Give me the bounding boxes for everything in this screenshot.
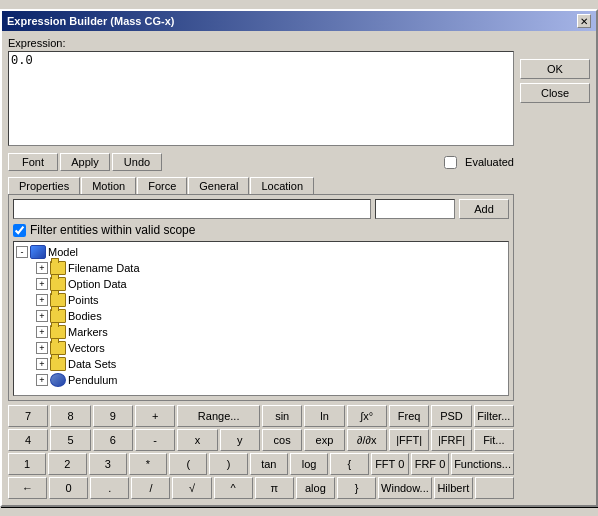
num-0[interactable]: 0 — [49, 477, 88, 499]
num-dot[interactable]: . — [90, 477, 129, 499]
num-8[interactable]: 8 — [50, 405, 90, 427]
toolbar-row: Font Apply Undo Evaluated — [8, 153, 514, 171]
tree-item-markers[interactable]: + Markers — [36, 324, 506, 340]
num-divide[interactable]: / — [131, 477, 170, 499]
tabs-section: Properties Motion Force General Location… — [8, 177, 514, 401]
font-button[interactable]: Font — [8, 153, 58, 171]
tree-children: + Filename Data + Option Data + — [16, 260, 506, 388]
add-button[interactable]: Add — [459, 199, 509, 219]
filter-checkbox[interactable] — [13, 224, 26, 237]
num-cos[interactable]: cos — [262, 429, 302, 451]
num-fft0[interactable]: FFT 0 — [371, 453, 409, 475]
tree-label-option: Option Data — [68, 278, 127, 290]
num-integral[interactable]: ∫x° — [347, 405, 387, 427]
expand-datasets[interactable]: + — [36, 358, 48, 370]
expand-points[interactable]: + — [36, 294, 48, 306]
num-plus[interactable]: + — [135, 405, 175, 427]
numpad-row2: 4 5 6 - x y cos exp ∂/∂x |FFT| |FRF| Fit… — [8, 429, 514, 451]
num-sqrt[interactable]: √ — [172, 477, 211, 499]
num-freq[interactable]: Freq — [389, 405, 429, 427]
tree-item-model[interactable]: - Model — [16, 244, 506, 260]
numpad-area: 7 8 9 + Range... sin ln ∫x° Freq PSD Fil… — [8, 405, 514, 499]
num-window[interactable]: Window... — [378, 477, 432, 499]
num-multiply[interactable]: * — [129, 453, 167, 475]
num-caret[interactable]: ^ — [214, 477, 253, 499]
num-9[interactable]: 9 — [93, 405, 133, 427]
pendulum-icon — [50, 373, 66, 387]
num-x[interactable]: x — [177, 429, 217, 451]
expand-pendulum[interactable]: + — [36, 374, 48, 386]
tab-bar: Properties Motion Force General Location — [8, 177, 514, 194]
tree-item-vectors[interactable]: + Vectors — [36, 340, 506, 356]
num-1[interactable]: 1 — [8, 453, 46, 475]
expression-label: Expression: — [8, 37, 514, 49]
ok-button[interactable]: OK — [520, 59, 590, 79]
num-deriv[interactable]: ∂/∂x — [347, 429, 387, 451]
expand-bodies[interactable]: + — [36, 310, 48, 322]
num-range[interactable]: Range... — [177, 405, 260, 427]
num-lparen[interactable]: ( — [169, 453, 207, 475]
expand-filename[interactable]: + — [36, 262, 48, 274]
close-icon[interactable]: ✕ — [577, 14, 591, 28]
close-button[interactable]: Close — [520, 83, 590, 103]
num-functions[interactable]: Functions... — [451, 453, 514, 475]
tree-item-filename[interactable]: + Filename Data — [36, 260, 506, 276]
num-exp[interactable]: exp — [304, 429, 344, 451]
filter-row: Filter entities within valid scope — [13, 223, 509, 237]
tree-item-points[interactable]: + Points — [36, 292, 506, 308]
num-sin[interactable]: sin — [262, 405, 302, 427]
num-7[interactable]: 7 — [8, 405, 48, 427]
num-5[interactable]: 5 — [50, 429, 90, 451]
tree-item-datasets[interactable]: + Data Sets — [36, 356, 506, 372]
num-log[interactable]: log — [290, 453, 328, 475]
num-lbrace[interactable]: { — [330, 453, 368, 475]
side-buttons: OK Close — [520, 37, 590, 499]
num-alog[interactable]: alog — [296, 477, 335, 499]
folder-icon-points — [50, 293, 66, 307]
tree-item-pendulum[interactable]: + Pendulum — [36, 372, 506, 388]
expand-model[interactable]: - — [16, 246, 28, 258]
num-filter[interactable]: Filter... — [474, 405, 514, 427]
tree-label-points: Points — [68, 294, 99, 306]
num-3[interactable]: 3 — [89, 453, 127, 475]
num-2[interactable]: 2 — [48, 453, 86, 475]
expand-option[interactable]: + — [36, 278, 48, 290]
apply-button[interactable]: Apply — [60, 153, 110, 171]
tree-item-option[interactable]: + Option Data — [36, 276, 506, 292]
tree-view[interactable]: - Model + Filename Data + — [13, 241, 509, 396]
tab-properties[interactable]: Properties — [8, 177, 80, 194]
num-4[interactable]: 4 — [8, 429, 48, 451]
num-rparen[interactable]: ) — [209, 453, 247, 475]
tab-content: Add Filter entities within valid scope -… — [8, 194, 514, 401]
num-hilbert[interactable]: Hilbert — [434, 477, 473, 499]
num-frf-abs[interactable]: |FRF| — [431, 429, 471, 451]
num-fft-abs[interactable]: |FFT| — [389, 429, 429, 451]
search-input[interactable] — [13, 199, 371, 219]
undo-button[interactable]: Undo — [112, 153, 162, 171]
search-input2[interactable] — [375, 199, 455, 219]
numpad-row3: 1 2 3 * ( ) tan log { FFT 0 FRF 0 Functi… — [8, 453, 514, 475]
tab-general[interactable]: General — [188, 177, 249, 194]
num-frf0[interactable]: FRF 0 — [411, 453, 449, 475]
num-y[interactable]: y — [220, 429, 260, 451]
num-psd[interactable]: PSD — [431, 405, 471, 427]
tab-motion[interactable]: Motion — [81, 177, 136, 194]
num-minus[interactable]: - — [135, 429, 175, 451]
num-ln[interactable]: ln — [304, 405, 344, 427]
tab-location[interactable]: Location — [250, 177, 314, 194]
tree-label-pendulum: Pendulum — [68, 374, 118, 386]
expression-input[interactable]: 0.0 — [8, 51, 514, 146]
tab-force[interactable]: Force — [137, 177, 187, 194]
num-6[interactable]: 6 — [93, 429, 133, 451]
tree-label-filename: Filename Data — [68, 262, 140, 274]
num-backspace[interactable]: ← — [8, 477, 47, 499]
tree-item-bodies[interactable]: + Bodies — [36, 308, 506, 324]
num-rbrace[interactable]: } — [337, 477, 376, 499]
expand-markers[interactable]: + — [36, 326, 48, 338]
num-fit[interactable]: Fit... — [474, 429, 514, 451]
expand-vectors[interactable]: + — [36, 342, 48, 354]
num-tan[interactable]: tan — [250, 453, 288, 475]
folder-icon-vectors — [50, 341, 66, 355]
evaluated-checkbox[interactable] — [444, 156, 457, 169]
num-pi[interactable]: π — [255, 477, 294, 499]
